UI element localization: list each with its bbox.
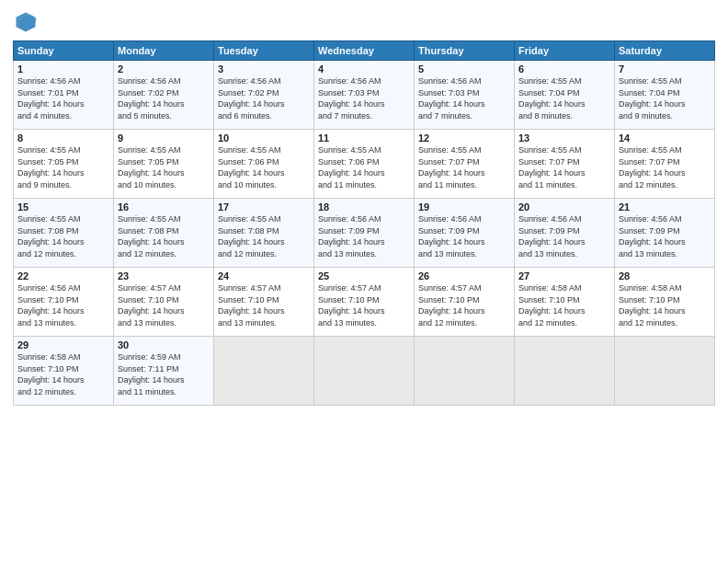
day-number: 29 <box>17 339 109 350</box>
calendar-table: SundayMondayTuesdayWednesdayThursdayFrid… <box>13 40 715 406</box>
day-detail: Sunrise: 4:59 AM Sunset: 7:11 PM Dayligh… <box>118 351 210 397</box>
day-detail: Sunrise: 4:55 AM Sunset: 7:07 PM Dayligh… <box>518 144 610 190</box>
day-cell: 18Sunrise: 4:56 AM Sunset: 7:09 PM Dayli… <box>314 199 415 268</box>
day-number: 28 <box>619 270 711 282</box>
day-cell <box>615 337 715 406</box>
week-row-1: 1Sunrise: 4:56 AM Sunset: 7:01 PM Daylig… <box>14 61 715 130</box>
day-cell: 25Sunrise: 4:57 AM Sunset: 7:10 PM Dayli… <box>314 268 415 337</box>
day-detail: Sunrise: 4:57 AM Sunset: 7:10 PM Dayligh… <box>318 282 410 328</box>
day-cell: 21Sunrise: 4:56 AM Sunset: 7:09 PM Dayli… <box>615 199 715 268</box>
day-number: 19 <box>418 201 510 213</box>
column-header-monday: Monday <box>114 41 214 61</box>
day-cell: 22Sunrise: 4:56 AM Sunset: 7:10 PM Dayli… <box>14 268 114 337</box>
day-cell: 24Sunrise: 4:57 AM Sunset: 7:10 PM Dayli… <box>214 268 314 337</box>
column-header-wednesday: Wednesday <box>314 41 415 61</box>
day-cell: 13Sunrise: 4:55 AM Sunset: 7:07 PM Dayli… <box>515 130 615 199</box>
week-row-4: 22Sunrise: 4:56 AM Sunset: 7:10 PM Dayli… <box>14 268 715 337</box>
day-detail: Sunrise: 4:55 AM Sunset: 7:08 PM Dayligh… <box>17 213 109 259</box>
day-number: 22 <box>17 270 109 282</box>
week-row-2: 8Sunrise: 4:55 AM Sunset: 7:05 PM Daylig… <box>14 130 715 199</box>
day-cell: 14Sunrise: 4:55 AM Sunset: 7:07 PM Dayli… <box>615 130 715 199</box>
day-cell: 29Sunrise: 4:58 AM Sunset: 7:10 PM Dayli… <box>14 337 114 406</box>
day-number: 27 <box>518 270 610 282</box>
day-number: 17 <box>218 201 310 213</box>
logo-icon <box>13 9 39 35</box>
day-detail: Sunrise: 4:57 AM Sunset: 7:10 PM Dayligh… <box>118 282 210 328</box>
day-cell: 5Sunrise: 4:56 AM Sunset: 7:03 PM Daylig… <box>415 61 515 130</box>
day-cell: 9Sunrise: 4:55 AM Sunset: 7:05 PM Daylig… <box>114 130 214 199</box>
day-cell: 8Sunrise: 4:55 AM Sunset: 7:05 PM Daylig… <box>14 130 114 199</box>
day-cell <box>214 337 314 406</box>
day-number: 26 <box>418 270 510 282</box>
day-detail: Sunrise: 4:56 AM Sunset: 7:03 PM Dayligh… <box>318 75 410 121</box>
day-detail: Sunrise: 4:58 AM Sunset: 7:10 PM Dayligh… <box>17 351 109 397</box>
day-detail: Sunrise: 4:56 AM Sunset: 7:09 PM Dayligh… <box>418 213 510 259</box>
week-row-3: 15Sunrise: 4:55 AM Sunset: 7:08 PM Dayli… <box>14 199 715 268</box>
day-number: 13 <box>518 132 610 144</box>
day-number: 6 <box>518 63 610 75</box>
day-detail: Sunrise: 4:56 AM Sunset: 7:03 PM Dayligh… <box>418 75 510 121</box>
column-header-sunday: Sunday <box>14 41 114 61</box>
header <box>13 9 715 35</box>
day-detail: Sunrise: 4:56 AM Sunset: 7:02 PM Dayligh… <box>218 75 310 121</box>
day-cell <box>515 337 615 406</box>
day-number: 9 <box>118 132 210 144</box>
day-detail: Sunrise: 4:55 AM Sunset: 7:08 PM Dayligh… <box>118 213 210 259</box>
day-number: 20 <box>518 201 610 213</box>
day-cell: 27Sunrise: 4:58 AM Sunset: 7:10 PM Dayli… <box>515 268 615 337</box>
page: SundayMondayTuesdayWednesdayThursdayFrid… <box>0 0 728 563</box>
day-detail: Sunrise: 4:55 AM Sunset: 7:04 PM Dayligh… <box>619 75 711 121</box>
day-cell: 1Sunrise: 4:56 AM Sunset: 7:01 PM Daylig… <box>14 61 114 130</box>
day-cell: 3Sunrise: 4:56 AM Sunset: 7:02 PM Daylig… <box>214 61 314 130</box>
week-row-5: 29Sunrise: 4:58 AM Sunset: 7:10 PM Dayli… <box>14 337 715 406</box>
day-detail: Sunrise: 4:56 AM Sunset: 7:09 PM Dayligh… <box>318 213 410 259</box>
day-detail: Sunrise: 4:55 AM Sunset: 7:08 PM Dayligh… <box>218 213 310 259</box>
day-cell: 16Sunrise: 4:55 AM Sunset: 7:08 PM Dayli… <box>114 199 214 268</box>
day-detail: Sunrise: 4:57 AM Sunset: 7:10 PM Dayligh… <box>218 282 310 328</box>
day-number: 11 <box>318 132 410 144</box>
day-number: 15 <box>17 201 109 213</box>
day-number: 1 <box>17 63 109 75</box>
day-cell: 26Sunrise: 4:57 AM Sunset: 7:10 PM Dayli… <box>415 268 515 337</box>
day-cell: 17Sunrise: 4:55 AM Sunset: 7:08 PM Dayli… <box>214 199 314 268</box>
day-number: 2 <box>118 63 210 75</box>
day-number: 14 <box>619 132 711 144</box>
day-number: 8 <box>17 132 109 144</box>
day-number: 18 <box>318 201 410 213</box>
day-cell <box>415 337 515 406</box>
day-detail: Sunrise: 4:58 AM Sunset: 7:10 PM Dayligh… <box>619 282 711 328</box>
day-number: 23 <box>118 270 210 282</box>
day-detail: Sunrise: 4:55 AM Sunset: 7:05 PM Dayligh… <box>118 144 210 190</box>
day-cell <box>314 337 415 406</box>
day-detail: Sunrise: 4:56 AM Sunset: 7:10 PM Dayligh… <box>17 282 109 328</box>
day-detail: Sunrise: 4:58 AM Sunset: 7:10 PM Dayligh… <box>518 282 610 328</box>
day-detail: Sunrise: 4:55 AM Sunset: 7:06 PM Dayligh… <box>218 144 310 190</box>
day-cell: 15Sunrise: 4:55 AM Sunset: 7:08 PM Dayli… <box>14 199 114 268</box>
day-cell: 11Sunrise: 4:55 AM Sunset: 7:06 PM Dayli… <box>314 130 415 199</box>
day-detail: Sunrise: 4:56 AM Sunset: 7:09 PM Dayligh… <box>619 213 711 259</box>
day-detail: Sunrise: 4:56 AM Sunset: 7:09 PM Dayligh… <box>518 213 610 259</box>
day-number: 4 <box>318 63 410 75</box>
day-detail: Sunrise: 4:57 AM Sunset: 7:10 PM Dayligh… <box>418 282 510 328</box>
day-number: 16 <box>118 201 210 213</box>
day-number: 10 <box>218 132 310 144</box>
day-cell: 12Sunrise: 4:55 AM Sunset: 7:07 PM Dayli… <box>415 130 515 199</box>
calendar-body: 1Sunrise: 4:56 AM Sunset: 7:01 PM Daylig… <box>14 61 715 406</box>
day-cell: 20Sunrise: 4:56 AM Sunset: 7:09 PM Dayli… <box>515 199 615 268</box>
day-detail: Sunrise: 4:55 AM Sunset: 7:07 PM Dayligh… <box>619 144 711 190</box>
day-cell: 2Sunrise: 4:56 AM Sunset: 7:02 PM Daylig… <box>114 61 214 130</box>
day-number: 5 <box>418 63 510 75</box>
day-number: 24 <box>218 270 310 282</box>
day-cell: 28Sunrise: 4:58 AM Sunset: 7:10 PM Dayli… <box>615 268 715 337</box>
calendar-header: SundayMondayTuesdayWednesdayThursdayFrid… <box>14 41 715 61</box>
day-cell: 4Sunrise: 4:56 AM Sunset: 7:03 PM Daylig… <box>314 61 415 130</box>
column-header-friday: Friday <box>515 41 615 61</box>
day-detail: Sunrise: 4:55 AM Sunset: 7:05 PM Dayligh… <box>17 144 109 190</box>
day-detail: Sunrise: 4:55 AM Sunset: 7:04 PM Dayligh… <box>518 75 610 121</box>
day-cell: 23Sunrise: 4:57 AM Sunset: 7:10 PM Dayli… <box>114 268 214 337</box>
day-detail: Sunrise: 4:56 AM Sunset: 7:02 PM Dayligh… <box>118 75 210 121</box>
day-detail: Sunrise: 4:56 AM Sunset: 7:01 PM Dayligh… <box>17 75 109 121</box>
column-header-saturday: Saturday <box>615 41 715 61</box>
logo <box>13 9 42 35</box>
day-cell: 6Sunrise: 4:55 AM Sunset: 7:04 PM Daylig… <box>515 61 615 130</box>
